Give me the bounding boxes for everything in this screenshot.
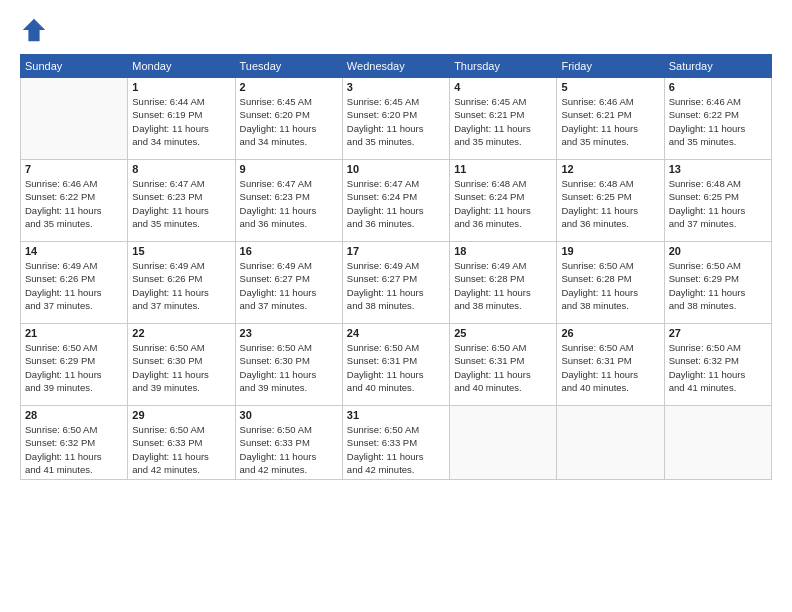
day-info: Sunrise: 6:49 AMSunset: 6:26 PMDaylight:… xyxy=(25,259,123,312)
day-info: Sunrise: 6:49 AMSunset: 6:27 PMDaylight:… xyxy=(347,259,445,312)
day-number: 25 xyxy=(454,327,552,339)
day-info: Sunrise: 6:50 AMSunset: 6:30 PMDaylight:… xyxy=(240,341,338,394)
calendar-cell: 24Sunrise: 6:50 AMSunset: 6:31 PMDayligh… xyxy=(342,324,449,406)
day-number: 13 xyxy=(669,163,767,175)
calendar-cell xyxy=(21,78,128,160)
day-info: Sunrise: 6:50 AMSunset: 6:31 PMDaylight:… xyxy=(454,341,552,394)
day-number: 5 xyxy=(561,81,659,93)
calendar-cell: 21Sunrise: 6:50 AMSunset: 6:29 PMDayligh… xyxy=(21,324,128,406)
calendar-cell: 30Sunrise: 6:50 AMSunset: 6:33 PMDayligh… xyxy=(235,406,342,480)
calendar-cell: 2Sunrise: 6:45 AMSunset: 6:20 PMDaylight… xyxy=(235,78,342,160)
calendar-week-2: 7Sunrise: 6:46 AMSunset: 6:22 PMDaylight… xyxy=(21,160,772,242)
svg-marker-0 xyxy=(23,19,45,41)
day-number: 24 xyxy=(347,327,445,339)
calendar-cell: 7Sunrise: 6:46 AMSunset: 6:22 PMDaylight… xyxy=(21,160,128,242)
calendar-week-1: 1Sunrise: 6:44 AMSunset: 6:19 PMDaylight… xyxy=(21,78,772,160)
calendar-cell: 27Sunrise: 6:50 AMSunset: 6:32 PMDayligh… xyxy=(664,324,771,406)
calendar-cell: 31Sunrise: 6:50 AMSunset: 6:33 PMDayligh… xyxy=(342,406,449,480)
weekday-header-thursday: Thursday xyxy=(450,55,557,78)
calendar: SundayMondayTuesdayWednesdayThursdayFrid… xyxy=(20,54,772,480)
calendar-cell: 3Sunrise: 6:45 AMSunset: 6:20 PMDaylight… xyxy=(342,78,449,160)
calendar-cell: 16Sunrise: 6:49 AMSunset: 6:27 PMDayligh… xyxy=(235,242,342,324)
weekday-header-wednesday: Wednesday xyxy=(342,55,449,78)
calendar-cell: 29Sunrise: 6:50 AMSunset: 6:33 PMDayligh… xyxy=(128,406,235,480)
calendar-cell: 17Sunrise: 6:49 AMSunset: 6:27 PMDayligh… xyxy=(342,242,449,324)
calendar-cell: 10Sunrise: 6:47 AMSunset: 6:24 PMDayligh… xyxy=(342,160,449,242)
weekday-header-sunday: Sunday xyxy=(21,55,128,78)
calendar-cell xyxy=(450,406,557,480)
day-info: Sunrise: 6:50 AMSunset: 6:31 PMDaylight:… xyxy=(347,341,445,394)
day-info: Sunrise: 6:45 AMSunset: 6:20 PMDaylight:… xyxy=(347,95,445,148)
calendar-week-3: 14Sunrise: 6:49 AMSunset: 6:26 PMDayligh… xyxy=(21,242,772,324)
day-info: Sunrise: 6:48 AMSunset: 6:25 PMDaylight:… xyxy=(561,177,659,230)
day-info: Sunrise: 6:50 AMSunset: 6:32 PMDaylight:… xyxy=(25,423,123,476)
day-info: Sunrise: 6:48 AMSunset: 6:25 PMDaylight:… xyxy=(669,177,767,230)
calendar-cell: 22Sunrise: 6:50 AMSunset: 6:30 PMDayligh… xyxy=(128,324,235,406)
day-number: 28 xyxy=(25,409,123,421)
calendar-cell: 23Sunrise: 6:50 AMSunset: 6:30 PMDayligh… xyxy=(235,324,342,406)
day-number: 23 xyxy=(240,327,338,339)
day-info: Sunrise: 6:49 AMSunset: 6:27 PMDaylight:… xyxy=(240,259,338,312)
calendar-cell: 9Sunrise: 6:47 AMSunset: 6:23 PMDaylight… xyxy=(235,160,342,242)
day-number: 18 xyxy=(454,245,552,257)
calendar-cell: 11Sunrise: 6:48 AMSunset: 6:24 PMDayligh… xyxy=(450,160,557,242)
weekday-header-friday: Friday xyxy=(557,55,664,78)
day-info: Sunrise: 6:50 AMSunset: 6:29 PMDaylight:… xyxy=(669,259,767,312)
day-info: Sunrise: 6:47 AMSunset: 6:24 PMDaylight:… xyxy=(347,177,445,230)
calendar-cell: 28Sunrise: 6:50 AMSunset: 6:32 PMDayligh… xyxy=(21,406,128,480)
day-number: 3 xyxy=(347,81,445,93)
day-info: Sunrise: 6:50 AMSunset: 6:32 PMDaylight:… xyxy=(669,341,767,394)
calendar-cell: 12Sunrise: 6:48 AMSunset: 6:25 PMDayligh… xyxy=(557,160,664,242)
day-number: 7 xyxy=(25,163,123,175)
day-number: 14 xyxy=(25,245,123,257)
day-number: 22 xyxy=(132,327,230,339)
day-info: Sunrise: 6:46 AMSunset: 6:22 PMDaylight:… xyxy=(669,95,767,148)
day-number: 27 xyxy=(669,327,767,339)
day-info: Sunrise: 6:46 AMSunset: 6:22 PMDaylight:… xyxy=(25,177,123,230)
day-info: Sunrise: 6:49 AMSunset: 6:28 PMDaylight:… xyxy=(454,259,552,312)
calendar-cell: 6Sunrise: 6:46 AMSunset: 6:22 PMDaylight… xyxy=(664,78,771,160)
day-info: Sunrise: 6:47 AMSunset: 6:23 PMDaylight:… xyxy=(132,177,230,230)
day-info: Sunrise: 6:50 AMSunset: 6:33 PMDaylight:… xyxy=(240,423,338,476)
page: SundayMondayTuesdayWednesdayThursdayFrid… xyxy=(0,0,792,612)
day-number: 30 xyxy=(240,409,338,421)
day-info: Sunrise: 6:49 AMSunset: 6:26 PMDaylight:… xyxy=(132,259,230,312)
day-number: 21 xyxy=(25,327,123,339)
day-number: 20 xyxy=(669,245,767,257)
day-number: 12 xyxy=(561,163,659,175)
day-info: Sunrise: 6:48 AMSunset: 6:24 PMDaylight:… xyxy=(454,177,552,230)
calendar-cell: 5Sunrise: 6:46 AMSunset: 6:21 PMDaylight… xyxy=(557,78,664,160)
calendar-cell: 14Sunrise: 6:49 AMSunset: 6:26 PMDayligh… xyxy=(21,242,128,324)
calendar-cell: 26Sunrise: 6:50 AMSunset: 6:31 PMDayligh… xyxy=(557,324,664,406)
logo xyxy=(20,16,52,44)
day-info: Sunrise: 6:50 AMSunset: 6:31 PMDaylight:… xyxy=(561,341,659,394)
day-number: 29 xyxy=(132,409,230,421)
day-number: 6 xyxy=(669,81,767,93)
day-info: Sunrise: 6:47 AMSunset: 6:23 PMDaylight:… xyxy=(240,177,338,230)
logo-icon xyxy=(20,16,48,44)
day-number: 4 xyxy=(454,81,552,93)
calendar-cell: 25Sunrise: 6:50 AMSunset: 6:31 PMDayligh… xyxy=(450,324,557,406)
day-number: 11 xyxy=(454,163,552,175)
day-number: 16 xyxy=(240,245,338,257)
weekday-header-saturday: Saturday xyxy=(664,55,771,78)
calendar-week-4: 21Sunrise: 6:50 AMSunset: 6:29 PMDayligh… xyxy=(21,324,772,406)
day-number: 2 xyxy=(240,81,338,93)
calendar-cell: 15Sunrise: 6:49 AMSunset: 6:26 PMDayligh… xyxy=(128,242,235,324)
calendar-cell xyxy=(557,406,664,480)
day-number: 26 xyxy=(561,327,659,339)
day-info: Sunrise: 6:44 AMSunset: 6:19 PMDaylight:… xyxy=(132,95,230,148)
calendar-cell: 13Sunrise: 6:48 AMSunset: 6:25 PMDayligh… xyxy=(664,160,771,242)
day-info: Sunrise: 6:50 AMSunset: 6:33 PMDaylight:… xyxy=(347,423,445,476)
calendar-cell: 8Sunrise: 6:47 AMSunset: 6:23 PMDaylight… xyxy=(128,160,235,242)
calendar-week-5: 28Sunrise: 6:50 AMSunset: 6:32 PMDayligh… xyxy=(21,406,772,480)
day-number: 8 xyxy=(132,163,230,175)
day-number: 15 xyxy=(132,245,230,257)
calendar-cell: 19Sunrise: 6:50 AMSunset: 6:28 PMDayligh… xyxy=(557,242,664,324)
day-info: Sunrise: 6:45 AMSunset: 6:21 PMDaylight:… xyxy=(454,95,552,148)
day-number: 10 xyxy=(347,163,445,175)
day-info: Sunrise: 6:50 AMSunset: 6:29 PMDaylight:… xyxy=(25,341,123,394)
weekday-header-tuesday: Tuesday xyxy=(235,55,342,78)
calendar-cell xyxy=(664,406,771,480)
day-number: 9 xyxy=(240,163,338,175)
